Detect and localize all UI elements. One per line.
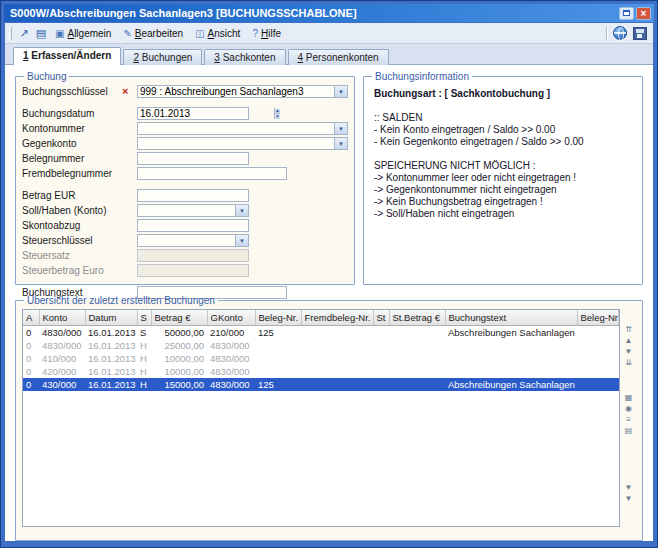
next-record-icon[interactable]: ▼ xyxy=(625,347,633,358)
kontonummer-value xyxy=(138,123,334,134)
spin-down-icon[interactable]: ▼ xyxy=(275,113,280,119)
belegnummer-input[interactable] xyxy=(137,152,249,165)
menu-allgemein[interactable]: ▣ Allgemein xyxy=(51,26,117,41)
chevron-down-icon[interactable]: ▼ xyxy=(334,138,347,149)
pencil-icon: ✎ xyxy=(123,28,131,39)
info-line: SPEICHERUNG NICHT MÖGLICH : xyxy=(374,160,632,172)
field-row-steuerbetrag-euro: Steuerbetrag Euro xyxy=(22,264,348,277)
tab-sachkonten[interactable]: 3 Sachkonten xyxy=(204,49,285,65)
booking-info-title: Buchungsinformation xyxy=(372,71,472,82)
col-header-beleg-nr2[interactable]: Beleg-Nr.2 xyxy=(577,310,619,325)
field-row-fremdbelegnummer: Fremdbelegnummer xyxy=(22,167,348,180)
steuerschluessel-label: Steuerschlüssel xyxy=(22,235,122,246)
col-header-s[interactable]: S xyxy=(137,310,151,325)
booking-info-fieldset: Buchungsinformation Buchungsart : [ Sach… xyxy=(363,71,643,285)
booking-fieldset-title: Buchung xyxy=(24,71,69,82)
col-header-beleg-nr[interactable]: Beleg-Nr. xyxy=(255,310,301,325)
last-record-icon[interactable]: ⇊ xyxy=(625,358,632,369)
title-bar[interactable]: S000W/Abschreibungen Sachanlagen3 [BUCHU… xyxy=(4,4,654,22)
close-button[interactable]: × xyxy=(636,7,651,20)
tab-buchungen[interactable]: 2 Buchungen xyxy=(123,49,202,65)
col-header-st[interactable]: St xyxy=(373,310,389,325)
gegenkonto-value xyxy=(138,138,334,149)
bookings-table: A Konto Datum S Betrag € GKonto Beleg-Nr… xyxy=(23,310,619,391)
field-row-belegnummer: Belegnummer xyxy=(22,152,348,165)
buchungsdatum-spinner: ▲ ▼ xyxy=(137,107,249,120)
jump-icon[interactable]: ↗ xyxy=(17,26,31,40)
table-row[interactable]: 0 420/000 16.01.2013 H 10000,00 4830/000 xyxy=(23,365,619,378)
buchungsschluessel-label: Buchungsschlüssel xyxy=(22,86,122,97)
menu-ansicht[interactable]: ◫ Ansicht xyxy=(191,26,246,41)
steuerschluessel-value xyxy=(138,235,235,246)
info-line xyxy=(374,100,632,112)
col-header-fremdbeleg-nr[interactable]: Fremdbeleg-Nr. xyxy=(301,310,373,325)
close-icon: × xyxy=(641,8,647,19)
field-row-soll-haben: Soll/Haben (Konto) ▼ xyxy=(22,204,348,217)
col-header-a[interactable]: A xyxy=(23,310,39,325)
save-icon[interactable] xyxy=(633,27,647,40)
field-row-buchungsdatum: Buchungsdatum ▲ ▼ xyxy=(22,107,348,120)
gegenkonto-label: Gegenkonto xyxy=(22,138,122,149)
globe-icon[interactable] xyxy=(613,26,627,40)
chevron-down-icon[interactable]: ▼ xyxy=(334,123,347,134)
skontoabzug-input[interactable] xyxy=(137,219,249,232)
detail-icon[interactable]: ▤ xyxy=(625,426,633,437)
first-record-icon[interactable]: ⇈ xyxy=(625,325,632,336)
grid-icon[interactable]: ▦ xyxy=(625,393,633,404)
belegnummer-label: Belegnummer xyxy=(22,153,122,164)
clear-icon[interactable]: × xyxy=(122,86,128,97)
col-header-datum[interactable]: Datum xyxy=(85,310,137,325)
menu-label-allgemein: Allgemein xyxy=(67,28,111,39)
col-header-betrag[interactable]: Betrag € xyxy=(151,310,207,325)
steuerschluessel-combo[interactable]: ▼ xyxy=(137,234,249,247)
tab-personenkonten[interactable]: 4 Personenkonten xyxy=(288,49,389,65)
record-nav-strip: ⇈ ▲ ▼ ⇊ ▦ ◉ ≡ ▤ ▼ ▼ xyxy=(621,309,636,527)
toolbar-grip[interactable] xyxy=(9,27,12,40)
gegenkonto-combo[interactable]: ▼ xyxy=(137,137,348,150)
soll-haben-combo[interactable]: ▼ xyxy=(137,204,249,217)
zoom-icon[interactable]: ◉ xyxy=(625,404,632,415)
info-line: Buchungsart : [ Sachkontobuchung ] xyxy=(374,88,632,100)
content-panel: Buchung Buchungsschlüssel × 999 : Abschr… xyxy=(5,64,653,541)
chevron-down-icon[interactable]: ▼ xyxy=(235,235,248,246)
info-line: - Kein Gegenkonto eingetragen / Saldo >>… xyxy=(374,136,632,148)
buchungsschluessel-value: 999 : Abschreibungen Sachanlagen3 xyxy=(138,86,334,97)
bookings-table-container: A Konto Datum S Betrag € GKonto Beleg-Nr… xyxy=(22,309,620,527)
chevron-down-icon[interactable]: ▼ xyxy=(235,205,248,216)
menu-bearbeiten[interactable]: ✎ Bearbeiten xyxy=(119,26,189,41)
overview-title: Übersicht der zuletzt erstellten Buchung… xyxy=(24,295,218,306)
fremdbelegnummer-input[interactable] xyxy=(137,167,287,180)
table-row[interactable]: 0 4830/000 16.01.2013 H 25000,00 4830/00… xyxy=(23,339,619,352)
table-row-selected[interactable]: 0 430/000 16.01.2013 H 15000,00 4830/000… xyxy=(23,378,619,391)
prev-record-icon[interactable]: ▲ xyxy=(625,336,633,347)
betrag-eur-label: Betrag EUR xyxy=(22,190,122,201)
page-end-icon[interactable]: ▼ xyxy=(625,494,633,505)
scroll-down-icon[interactable]: ▼ xyxy=(625,483,633,494)
kontonummer-combo[interactable]: ▼ xyxy=(137,122,348,135)
form-icon: ▣ xyxy=(55,28,64,39)
restore-button[interactable] xyxy=(619,7,634,20)
toolbar-separator xyxy=(606,26,607,40)
col-header-buchungstext[interactable]: Buchungstext xyxy=(445,310,577,325)
buchungsdatum-input[interactable] xyxy=(138,108,274,119)
table-row[interactable]: 0 4830/000 16.01.2013 S 50000,00 210/000… xyxy=(23,325,619,339)
col-header-gkonto[interactable]: GKonto xyxy=(207,310,255,325)
menu-hilfe[interactable]: ? Hilfe xyxy=(248,26,287,41)
soll-haben-value xyxy=(138,205,235,216)
col-header-st-betrag[interactable]: St.Betrag € xyxy=(389,310,445,325)
soll-haben-label: Soll/Haben (Konto) xyxy=(22,205,122,216)
info-line: -> Kontonummer leer oder nicht eingetrag… xyxy=(374,172,632,184)
menu-bar: ↗ ▤ ▣ Allgemein ✎ Bearbeiten ◫ Ansicht ?… xyxy=(5,23,653,44)
buchungsschluessel-combo[interactable]: 999 : Abschreibungen Sachanlagen3 ▼ xyxy=(137,85,348,98)
col-header-konto[interactable]: Konto xyxy=(39,310,85,325)
sheet-icon[interactable]: ▤ xyxy=(34,26,48,40)
betrag-eur-input[interactable] xyxy=(137,189,249,202)
list-icon[interactable]: ≡ xyxy=(626,415,631,426)
table-row[interactable]: 0 410/000 16.01.2013 H 10000,00 4830/000 xyxy=(23,352,619,365)
chevron-down-icon[interactable]: ▼ xyxy=(334,86,347,97)
app-window: S000W/Abschreibungen Sachanlagen3 [BUCHU… xyxy=(0,0,658,548)
tab-strip: 1 Erfassen/Ändern 2 Buchungen 3 Sachkont… xyxy=(5,44,653,64)
fremdbelegnummer-label: Fremdbelegnummer xyxy=(22,168,122,179)
tab-erfassen-aendern[interactable]: 1 Erfassen/Ändern xyxy=(13,47,121,65)
field-row-betrag-eur: Betrag EUR xyxy=(22,189,348,202)
